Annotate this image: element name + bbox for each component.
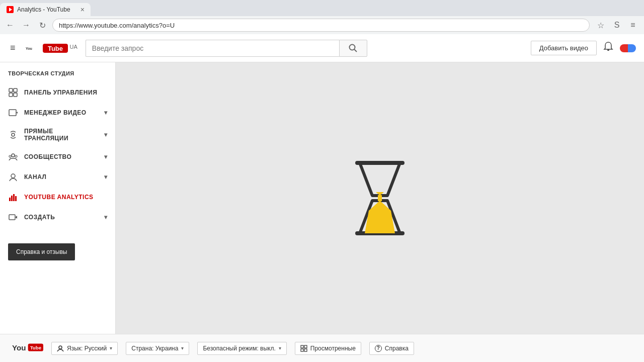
svg-point-15 — [12, 154, 15, 157]
svg-rect-9 — [14, 88, 17, 92]
bookmark-button[interactable]: ☆ — [594, 18, 608, 32]
sidebar-item-channel[interactable]: КАНАЛ ▾ — [0, 167, 115, 187]
history-label: Просмотренные — [310, 345, 356, 352]
address-bar-row: ← → ↻ ☆ S ≡ — [0, 16, 644, 34]
footer-yt-logo: You Tube — [12, 341, 43, 354]
svg-text:You: You — [12, 343, 26, 352]
svg-rect-22 — [15, 196, 17, 201]
help-question-icon: ? — [375, 345, 382, 352]
chevron-live-icon: ▾ — [104, 131, 108, 138]
reload-button[interactable]: ↻ — [36, 19, 48, 31]
chevron-create-icon: ▾ — [104, 214, 108, 221]
search-input[interactable] — [86, 40, 339, 57]
svg-marker-25 — [360, 163, 400, 196]
svg-rect-12 — [9, 110, 16, 116]
chevron-video-icon: ▾ — [104, 109, 108, 116]
safety-button[interactable]: Безопасный режим: выкл. ▾ — [197, 342, 286, 355]
yt-logo-icon: You — [26, 43, 42, 54]
svg-rect-7 — [607, 49, 609, 51]
svg-point-5 — [349, 44, 355, 50]
notification-button[interactable] — [603, 41, 614, 55]
svg-point-16 — [9, 155, 11, 157]
toolbar-icons: ☆ S ≡ — [594, 18, 640, 32]
language-button[interactable]: Язык: Русский ▾ — [51, 342, 118, 355]
sidebar-item-create[interactable]: СОЗДАТЬ ▾ — [0, 207, 115, 227]
svg-rect-31 — [378, 195, 382, 201]
sidebar-title: ТВОРЧЕСКАЯ СТУДИЯ — [0, 70, 115, 82]
hourglass-icon — [355, 158, 405, 238]
chevron-community-icon: ▾ — [104, 153, 108, 160]
help-label: Справка — [385, 345, 409, 352]
sidebar-item-video-manager[interactable]: МЕНЕДЖЕР ВИДЕО ▾ — [0, 103, 115, 123]
svg-text:Tube: Tube — [30, 345, 42, 350]
sidebar-item-label-community: СООБЩЕСТВО — [24, 153, 98, 160]
logo-country: UA — [70, 44, 77, 50]
browser-tab[interactable]: Analytics - YouTube × — [0, 3, 91, 16]
dashboard-icon — [8, 87, 18, 98]
svg-rect-21 — [13, 194, 15, 201]
svg-rect-37 — [304, 345, 307, 348]
svg-rect-23 — [9, 215, 15, 220]
sidebar: ТВОРЧЕСКАЯ СТУДИЯ ПАНЕЛЬ УПРАВЛЕНИЯ — [0, 62, 116, 334]
safety-label: Безопасный режим: выкл. — [203, 345, 275, 352]
svg-rect-36 — [301, 345, 303, 348]
svg-line-6 — [354, 49, 357, 52]
account-icon[interactable] — [620, 44, 636, 52]
video-manager-icon — [8, 108, 18, 118]
history-icon — [300, 345, 307, 352]
svg-text:Tube: Tube — [47, 45, 62, 52]
svg-point-35 — [59, 346, 62, 349]
back-button[interactable]: ← — [4, 19, 16, 31]
svg-rect-39 — [304, 349, 307, 351]
sidebar-item-label-create: СОЗДАТЬ — [24, 214, 98, 221]
sidebar-item-dashboard[interactable]: ПАНЕЛЬ УПРАВЛЕНИЯ — [0, 82, 115, 103]
forward-button[interactable]: → — [20, 19, 32, 31]
community-icon — [8, 152, 18, 162]
analytics-icon — [8, 192, 18, 202]
tab-favicon — [6, 6, 14, 14]
help-button[interactable]: ? Справка — [369, 342, 414, 355]
svg-rect-19 — [9, 198, 11, 201]
svg-rect-10 — [9, 93, 13, 97]
content-area — [116, 62, 644, 334]
yt-tube-icon: Tube — [43, 43, 68, 54]
country-button[interactable]: Страна: Украина ▾ — [126, 342, 189, 355]
language-arrow-icon: ▾ — [110, 345, 112, 351]
search-button[interactable] — [339, 40, 367, 57]
sidebar-item-label-dashboard: ПАНЕЛЬ УПРАВЛЕНИЯ — [24, 89, 107, 96]
svg-rect-11 — [14, 93, 17, 97]
svg-rect-20 — [11, 196, 13, 201]
youtube-header: ≡ You Tube UA Добавить видео — [0, 34, 644, 62]
sidebar-item-analytics[interactable]: YOUTUBE ANALYTICS — [0, 187, 115, 207]
search-icon — [349, 44, 358, 53]
tab-title: Analytics - YouTube — [17, 6, 77, 13]
hamburger-menu[interactable]: ≡ — [8, 41, 18, 55]
language-label: Язык: Русский — [67, 345, 107, 352]
search-bar — [86, 40, 367, 57]
country-arrow-icon: ▾ — [181, 345, 184, 351]
safety-arrow-icon: ▾ — [279, 345, 281, 351]
sidebar-item-label-video: МЕНЕДЖЕР ВИДЕО — [24, 109, 98, 116]
channel-icon — [8, 172, 18, 182]
sidebar-item-community[interactable]: СООБЩЕСТВО ▾ — [0, 147, 115, 167]
sidebar-item-label-channel: КАНАЛ — [24, 173, 98, 180]
main-layout: ТВОРЧЕСКАЯ СТУДИЯ ПАНЕЛЬ УПРАВЛЕНИЯ — [0, 62, 644, 334]
menu-button[interactable]: ≡ — [626, 18, 640, 32]
svg-text:You: You — [26, 46, 32, 50]
svg-point-18 — [11, 174, 15, 178]
address-input[interactable] — [52, 19, 590, 32]
history-button[interactable]: Просмотренные — [295, 342, 361, 355]
notification-icon — [603, 41, 614, 52]
sidebar-item-live[interactable]: ПРЯМЫЕ ТРАНСЛЯЦИИ ▾ — [0, 123, 115, 147]
svg-rect-38 — [301, 349, 303, 351]
upload-button[interactable]: Добавить видео — [531, 41, 597, 55]
tab-close-button[interactable]: × — [80, 6, 85, 14]
svg-point-17 — [15, 155, 17, 157]
svg-rect-8 — [9, 88, 13, 92]
footer-logo: You Tube — [12, 341, 43, 355]
user-icon — [57, 345, 64, 352]
help-feedback-button[interactable]: Справка и отзывы — [8, 243, 75, 260]
extensions-button[interactable]: S — [610, 18, 624, 32]
youtube-logo[interactable]: You Tube UA — [26, 43, 77, 54]
create-icon — [8, 212, 18, 222]
